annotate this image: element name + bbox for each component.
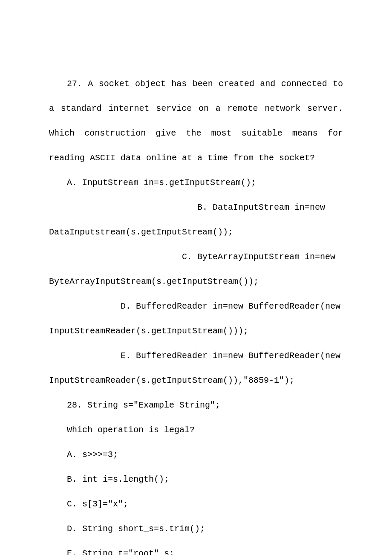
question-28-option-b: B. int i=s.length(); — [49, 467, 343, 492]
option-b-label: B. DataInputStream in=new — [197, 202, 325, 212]
question-28-option-c: C. s[3]="x"; — [49, 492, 343, 517]
question-28-subquestion: Which operation is legal? — [49, 418, 343, 442]
question-28-stem: 28. String s="Example String"; — [49, 393, 343, 418]
question-27-option-a: A. InputStream in=s.getInputStream(); — [49, 171, 343, 195]
question-27-option-e-line1: E. BufferedReader in=new BufferedReader(… — [49, 344, 343, 368]
option-e-label: E. BufferedReader in=new BufferedReader(… — [121, 351, 340, 361]
question-27-stem: 27. A socket object has been created and… — [49, 72, 343, 171]
question-27-option-c-line1: C. ByteArrayInputStream in=new — [49, 245, 343, 269]
option-d-label: D. BufferedReader in=new BufferedReader(… — [121, 301, 340, 311]
question-27-option-d-line1: D. BufferedReader in=new BufferedReader(… — [49, 294, 343, 319]
question-27-option-e-line2: InputStreamReader(s.getInputStream()),"8… — [49, 368, 343, 393]
question-28-option-a: A. s>>>=3; — [49, 442, 343, 467]
option-c-label: C. ByteArrayInputStream in=new — [182, 252, 335, 262]
question-27-option-d-line2: InputStreamReader(s.getInputStream())); — [49, 319, 343, 344]
question-27-option-c-line2: ByteArrayInputStream(s.getInputStream())… — [49, 269, 343, 294]
question-28-option-d: D. String short_s=s.trim(); — [49, 517, 343, 541]
question-27-option-b-line1: B. DataInputStream in=new — [49, 195, 343, 220]
document-page: 27. A socket object has been created and… — [0, 0, 392, 555]
question-27-option-b-line2: DataInputstream(s.getInputStream()); — [49, 220, 343, 245]
question-28-option-e: E. String t="root" s; — [49, 541, 343, 555]
